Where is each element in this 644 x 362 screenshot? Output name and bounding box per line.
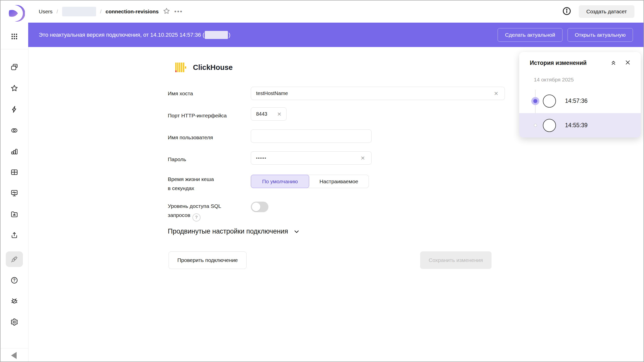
more-menu-icon[interactable]: •••: [174, 8, 183, 15]
history-date: 14 октября 2025: [534, 77, 574, 83]
export-icon[interactable]: [10, 231, 19, 239]
datasets-icon[interactable]: [10, 126, 19, 135]
sidebar-divider: [1, 49, 28, 49]
create-dataset-button[interactable]: Создать датасет: [579, 5, 634, 18]
datalens-logo[interactable]: [4, 3, 25, 24]
username-input[interactable]: [251, 129, 372, 143]
banner-message: Это неактуальная версия подключения, от …: [39, 31, 230, 39]
sidebar-collapse-button[interactable]: [11, 352, 17, 359]
topbar-actions: Создать датасет: [562, 1, 634, 23]
password-input[interactable]: [251, 151, 372, 165]
revision-time: 14:57:36: [565, 98, 588, 104]
monitoring-icon[interactable]: [10, 189, 19, 197]
sql-access-toggle[interactable]: [251, 202, 268, 212]
app-window: ? Users / / connection-revisions •••: [0, 0, 644, 362]
open-actual-button[interactable]: Открыть актуальную: [568, 28, 633, 42]
plug-icon: [10, 255, 19, 263]
storage-folder-icon[interactable]: [10, 210, 19, 218]
current-version-radio: [531, 97, 540, 105]
sidebar: ?: [1, 1, 28, 361]
dashboards-icon[interactable]: [10, 168, 19, 176]
breadcrumb-current: connection-revisions: [106, 9, 159, 15]
sidebar-bottom-divider: [1, 348, 28, 348]
host-input[interactable]: [251, 87, 505, 100]
sql-access-help-icon[interactable]: ?: [192, 213, 200, 221]
password-clear-icon[interactable]: ×: [361, 155, 365, 162]
collapse-up-icon[interactable]: [610, 59, 617, 66]
host-clear-icon[interactable]: ×: [494, 90, 498, 97]
help-icon[interactable]: ?: [10, 276, 19, 285]
revision-time: 14:55:39: [565, 122, 588, 129]
avatar: [543, 119, 556, 132]
history-panel-icons: [610, 59, 631, 66]
connection-title: ClickHouse: [193, 63, 233, 72]
clickhouse-logo: [175, 62, 187, 73]
collapse-arrow-icon: [11, 352, 17, 359]
toggle-knob: [252, 203, 260, 211]
password-label: Пароль: [168, 155, 246, 164]
breadcrumb: Users / / connection-revisions •••: [39, 7, 183, 16]
breadcrumb-redacted-item[interactable]: [62, 7, 96, 16]
breadcrumb-users[interactable]: Users: [39, 9, 53, 15]
version-dot: [531, 124, 540, 127]
apps-grid-icon[interactable]: [10, 32, 19, 41]
settings-gear-icon[interactable]: [10, 318, 19, 326]
chevron-down-icon: [293, 228, 300, 235]
make-actual-button[interactable]: Сделать актуальной: [498, 28, 562, 42]
banner-redacted-id: [205, 31, 228, 39]
favorites-star-icon[interactable]: [10, 84, 19, 93]
advanced-settings-toggle[interactable]: Продвинутые настройки подключения: [168, 228, 300, 235]
history-entry-current[interactable]: 14:57:36: [519, 89, 641, 113]
sql-access-label: Уровень доступа SQL запросов?: [168, 202, 246, 221]
save-changes-button[interactable]: Сохранить изменения: [420, 251, 492, 269]
username-label: Имя пользователя: [168, 133, 246, 142]
connections-active-item[interactable]: [6, 251, 23, 267]
host-label: Имя хоста: [168, 89, 246, 98]
cache-default-option[interactable]: По умолчанию: [251, 175, 309, 188]
cache-custom-option[interactable]: Настраиваемое: [307, 175, 369, 188]
cache-lifetime-segmented: По умолчанию Настраиваемое: [251, 175, 369, 188]
check-connection-button[interactable]: Проверить подключение: [169, 251, 247, 269]
favorite-star-icon[interactable]: [163, 7, 170, 16]
lightning-icon[interactable]: [10, 105, 19, 114]
cache-lifetime-label: Время жизни кеша в секундах: [168, 175, 246, 193]
bug-report-icon[interactable]: [10, 297, 19, 305]
charts-icon[interactable]: [10, 147, 19, 156]
history-entry-viewing[interactable]: 14:55:39: [519, 113, 641, 138]
connection-header: ClickHouse: [175, 62, 233, 73]
revision-history-panel: История изменений 14 октября 2025 14:57:…: [519, 52, 641, 138]
outdated-version-banner: Это неактуальная версия подключения, от …: [28, 23, 643, 47]
avatar: [543, 95, 556, 108]
top-bar: Users / / connection-revisions ••• Созда…: [28, 1, 643, 23]
banner-actions: Сделать актуальной Открыть актуальную: [498, 28, 633, 42]
port-label: Порт HTTP-интерфейса: [168, 111, 246, 120]
history-title: История изменений: [530, 60, 587, 66]
collections-icon[interactable]: [10, 63, 19, 71]
close-icon[interactable]: [624, 59, 631, 66]
info-icon[interactable]: [562, 7, 571, 17]
port-clear-icon[interactable]: ×: [277, 111, 281, 118]
